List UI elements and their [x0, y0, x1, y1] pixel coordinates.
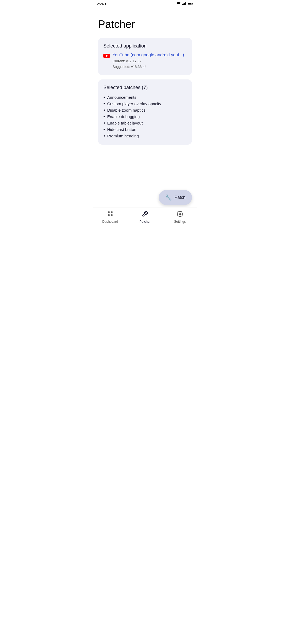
dashboard-icon — [107, 211, 113, 219]
list-item: •Disable zoom haptics — [103, 107, 187, 114]
patch-fab-label: Patch — [175, 195, 186, 200]
patch-button[interactable]: 🔧 Patch — [159, 190, 192, 205]
nav-item-settings[interactable]: Settings — [162, 208, 197, 226]
battery-icon — [188, 2, 193, 5]
app-details: YouTube (com.google.android.yout...) Cur… — [113, 53, 184, 70]
status-bar: 2:24 ♦ — [93, 0, 197, 8]
list-item: •Enable debugging — [103, 114, 187, 120]
selected-application-title: Selected application — [103, 43, 187, 49]
list-item: •Announcements — [103, 94, 187, 101]
nav-label-dashboard: Dashboard — [102, 220, 118, 224]
signal-icon — [182, 2, 186, 5]
svg-rect-11 — [111, 211, 113, 213]
patch-fab-icon: 🔧 — [165, 194, 172, 201]
bullet-icon: • — [103, 114, 105, 119]
bullet-icon: • — [103, 134, 105, 138]
selected-patches-card: Selected patches (7) •Announcements•Cust… — [98, 79, 192, 145]
nav-item-dashboard[interactable]: Dashboard — [93, 208, 128, 226]
svg-rect-1 — [182, 4, 183, 5]
selected-patches-title: Selected patches (7) — [103, 85, 187, 90]
patches-list: •Announcements•Custom player overlay opa… — [103, 94, 187, 139]
app-suggested-version: Suggested: v18.38.44 — [113, 64, 184, 70]
svg-point-0 — [178, 5, 179, 5]
app-info: YouTube (com.google.android.yout...) Cur… — [103, 53, 187, 70]
bullet-icon: • — [103, 127, 105, 132]
svg-point-14 — [179, 213, 181, 215]
app-current-version: Current: v17.17.37 — [113, 58, 184, 64]
list-item: •Custom player overlay opacity — [103, 101, 187, 107]
fab-container: 🔧 Patch — [159, 190, 192, 205]
svg-rect-6 — [193, 3, 193, 4]
patcher-icon — [142, 211, 148, 219]
status-bar-left: 2:24 ♦ — [97, 2, 106, 6]
list-item: •Enable tablet layout — [103, 120, 187, 126]
bullet-icon: • — [103, 95, 105, 100]
settings-icon — [177, 211, 183, 219]
bullet-icon: • — [103, 101, 105, 106]
bullet-icon: • — [103, 121, 105, 126]
main-content: Patcher Selected application YouTube (co… — [93, 8, 197, 218]
svg-rect-7 — [188, 3, 191, 5]
selected-application-card: Selected application YouTube (com.google… — [98, 38, 192, 75]
nav-label-patcher: Patcher — [139, 220, 150, 224]
bullet-icon: • — [103, 108, 105, 113]
diamond-icon: ♦ — [105, 2, 106, 5]
bottom-nav: Dashboard Patcher Settings — [93, 207, 197, 226]
list-item: •Premium heading — [103, 133, 187, 139]
svg-rect-10 — [108, 211, 110, 213]
page-title: Patcher — [98, 18, 192, 30]
svg-rect-13 — [111, 214, 113, 216]
youtube-icon — [103, 53, 110, 59]
app-name: YouTube (com.google.android.yout...) — [113, 53, 184, 57]
wifi-icon — [176, 2, 181, 5]
list-item: •Hide cast button — [103, 126, 187, 133]
status-time: 2:24 — [97, 2, 104, 6]
nav-label-settings: Settings — [174, 220, 186, 224]
svg-rect-2 — [183, 3, 184, 5]
svg-rect-12 — [108, 214, 110, 216]
status-bar-right — [176, 2, 193, 5]
nav-item-patcher[interactable]: Patcher — [128, 208, 162, 226]
svg-rect-3 — [184, 3, 185, 5]
svg-rect-4 — [185, 2, 186, 5]
